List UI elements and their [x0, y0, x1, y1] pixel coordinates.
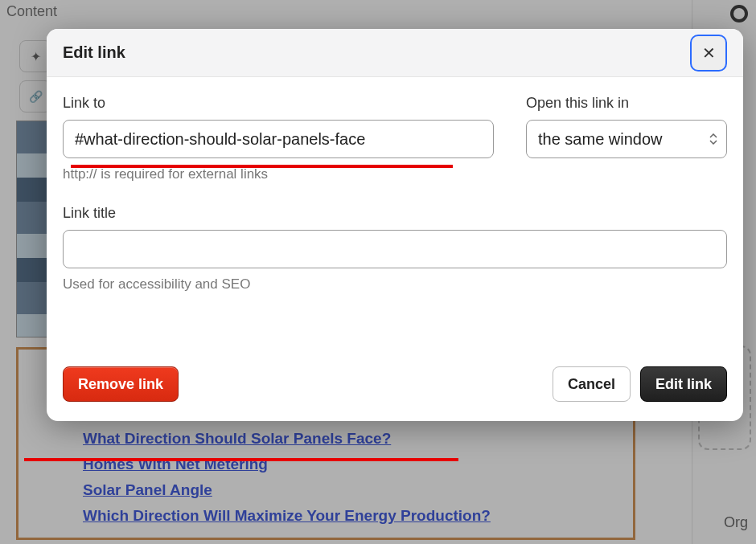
open-in-select[interactable]: the same window [526, 120, 727, 158]
remove-link-button[interactable]: Remove link [63, 366, 179, 402]
link-to-input[interactable] [63, 120, 494, 158]
link-to-label: Link to [63, 95, 494, 112]
open-in-label: Open this link in [526, 95, 727, 112]
close-icon: ✕ [702, 43, 716, 63]
link-to-helper: http:// is required for external links [63, 166, 494, 182]
modal-title: Edit link [63, 43, 125, 62]
link-title-label: Link title [63, 205, 727, 222]
cancel-button[interactable]: Cancel [553, 366, 631, 402]
edit-link-modal: Edit link ✕ Link to http:// is required … [47, 29, 743, 421]
link-title-helper: Used for accessibility and SEO [63, 276, 727, 292]
open-in-value: the same window [538, 130, 663, 149]
close-button[interactable]: ✕ [690, 35, 727, 72]
modal-body: Link to http:// is required for external… [47, 77, 743, 352]
modal-footer: Remove link Cancel Edit link [47, 352, 743, 421]
submit-edit-link-button[interactable]: Edit link [640, 366, 727, 402]
link-title-input[interactable] [63, 230, 727, 268]
modal-header: Edit link ✕ [47, 29, 743, 77]
